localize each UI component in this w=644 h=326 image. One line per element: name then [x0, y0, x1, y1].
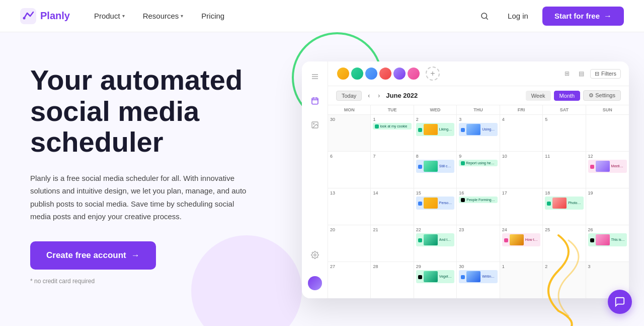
chat-button[interactable] [608, 290, 632, 314]
event-card[interactable]: Still checking social media... [416, 160, 454, 173]
next-month-button[interactable]: › [376, 91, 382, 100]
event-card[interactable]: Meeting time. How often... [588, 160, 627, 173]
cal-cell-jun23[interactable]: 23 [457, 225, 500, 262]
nav-resources[interactable]: Resources ▾ [135, 8, 192, 24]
svg-point-2 [481, 13, 487, 19]
calendar-settings-button[interactable]: ⚙ Settings [583, 90, 621, 101]
grid-view-icon[interactable]: ⊞ [562, 69, 572, 79]
cal-cell-jun10[interactable]: 10 [500, 152, 543, 188]
cal-cell-jun27[interactable]: 27 [328, 262, 371, 298]
event-card[interactable]: look at my cookie [373, 123, 411, 129]
today-button[interactable]: Today [336, 91, 362, 101]
cal-cell-jun-extra[interactable] [586, 115, 629, 151]
event-card[interactable]: Vegetable Salad in Pan... [416, 270, 454, 283]
event-dot [504, 238, 508, 242]
cal-cell-jun5[interactable]: 5 [543, 115, 586, 151]
event-image [424, 271, 438, 282]
avatar-1 [336, 67, 350, 81]
sidebar-avatar[interactable] [308, 276, 322, 290]
cal-cell-jun4[interactable]: 4 [500, 115, 543, 151]
prev-month-button[interactable]: ‹ [366, 91, 372, 100]
cal-cell-jun29[interactable]: 29 Vegetable Salad in Pan... [414, 262, 457, 298]
svg-point-1 [23, 17, 26, 19]
product-chevron-icon: ▾ [122, 13, 125, 19]
cal-cell-jun16[interactable]: 16 People Forming team... [457, 188, 500, 225]
event-dot [461, 275, 465, 279]
cal-cell-jun30[interactable]: 30 Writing on her Notebook... [457, 262, 500, 298]
profile-bar-right: ⊞ ▤ ⊟ Filters [562, 69, 621, 79]
search-button[interactable] [475, 7, 494, 25]
cal-cell-jun14[interactable]: 14 [371, 188, 414, 225]
cal-cell-jun28[interactable]: 28 [371, 262, 414, 298]
sidebar-image-icon[interactable] [308, 118, 322, 132]
day-thu: THU [457, 105, 500, 114]
hero-title: Your automated social media scheduler [30, 64, 272, 158]
cal-cell-jun21[interactable]: 21 [371, 225, 414, 262]
sidebar-calendar-icon[interactable] [308, 94, 322, 108]
month-view-button[interactable]: Month [554, 91, 581, 101]
cal-cell-jun8[interactable]: 8 Still checking social media... [414, 152, 457, 188]
hero-section: Your automated social media scheduler Pl… [0, 32, 644, 326]
event-dot [418, 238, 422, 242]
day-mon: MON [328, 105, 371, 114]
event-dot [461, 161, 465, 165]
sidebar-menu-icon[interactable] [308, 70, 322, 84]
nav-right: Log in Start for free → [475, 7, 624, 26]
event-card[interactable]: Using smart phone... [459, 123, 497, 136]
logo-text: Planly [40, 10, 70, 22]
event-card[interactable]: People Forming team... [459, 197, 497, 203]
cal-cell-jun19[interactable]: 19 [586, 188, 629, 225]
cal-cell-jun13[interactable]: 13 [328, 188, 371, 225]
event-dot [418, 202, 422, 206]
sidebar-settings-icon[interactable] [308, 248, 322, 262]
login-button[interactable]: Log in [502, 8, 534, 24]
event-image [424, 124, 438, 135]
cal-cell-jun9[interactable]: 9 Report using her Smartphone... [457, 152, 500, 188]
cal-cell-jun2[interactable]: 2 Liking shoes... [414, 115, 457, 151]
day-sat: SAT [543, 105, 586, 114]
cal-cell-jun11[interactable]: 11 [543, 152, 586, 188]
svg-point-12 [314, 254, 316, 256]
avatar-6 [407, 67, 421, 81]
resources-chevron-icon: ▾ [181, 13, 183, 19]
nav-product[interactable]: Product ▾ [86, 8, 133, 24]
calendar-week-2: 6 7 8 Still checking social media... [328, 152, 629, 188]
cal-cell-jun22[interactable]: 22 And they are only one who... [414, 225, 457, 262]
cal-cell-jun1[interactable]: 1 look at my cookie [371, 115, 414, 151]
avatar-2 [350, 67, 364, 81]
cal-cell-jun20[interactable]: 20 [328, 225, 371, 262]
calendar-header-right: Week Month ⚙ Settings [526, 90, 621, 101]
cal-cell-jun3[interactable]: 3 Using smart phone... [457, 115, 500, 151]
event-card[interactable]: Photography of Woman... [545, 197, 583, 210]
logo[interactable]: Planly [20, 8, 70, 24]
cal-cell-jun18[interactable]: 18 Photography of Woman... [543, 188, 586, 225]
cal-cell-jun12[interactable]: 12 Meeting time. How often... [586, 152, 629, 188]
cal-cell-jun6[interactable]: 6 [328, 152, 371, 188]
decorative-squiggle [518, 230, 599, 326]
calendar-header: Today ‹ › June 2022 Week Month ⚙ Setting… [328, 86, 629, 105]
cal-cell-may30[interactable]: 30 [328, 115, 371, 151]
week-view-button[interactable]: Week [526, 91, 551, 101]
event-dot [418, 165, 422, 169]
cal-cell-jun17[interactable]: 17 [500, 188, 543, 225]
cal-cell-jun7[interactable]: 7 [371, 152, 414, 188]
svg-point-11 [313, 123, 314, 124]
event-card[interactable]: Writing on her Notebook... [459, 270, 497, 283]
event-image [424, 198, 438, 209]
cta-arrow-icon: → [131, 250, 140, 260]
nav-pricing[interactable]: Pricing [193, 8, 232, 24]
add-profile-button[interactable]: + [426, 67, 440, 81]
event-card[interactable]: Report using her Smartphone... [459, 160, 497, 166]
create-account-button[interactable]: Create free account → [30, 241, 156, 270]
start-free-button[interactable]: Start for free → [542, 7, 624, 26]
avatar-5 [392, 67, 407, 81]
day-wed: WED [414, 105, 457, 114]
event-card[interactable]: Person Holding Midnight... [416, 197, 454, 210]
filters-button[interactable]: ⊟ Filters [590, 69, 621, 79]
event-image [466, 271, 480, 282]
cal-cell-jun15[interactable]: 15 Person Holding Midnight... [414, 188, 457, 225]
event-card[interactable]: And they are only one who... [416, 233, 454, 246]
list-view-icon[interactable]: ▤ [576, 69, 586, 79]
event-image [552, 198, 567, 209]
event-card[interactable]: Liking shoes... [416, 123, 454, 136]
